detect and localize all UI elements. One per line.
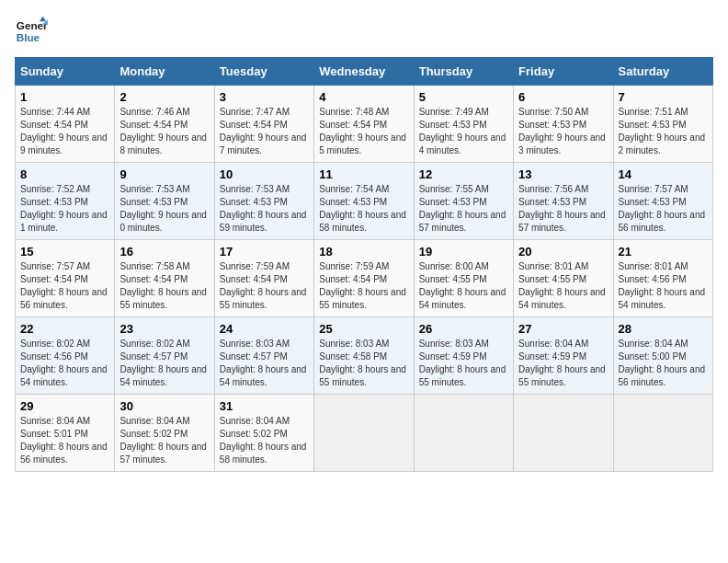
calendar-cell: 31Sunrise: 8:04 AM Sunset: 5:02 PM Dayli… (214, 395, 313, 472)
calendar-cell: 19Sunrise: 8:00 AM Sunset: 4:55 PM Dayli… (414, 240, 513, 317)
svg-text:Blue: Blue (17, 31, 40, 43)
day-number: 24 (220, 322, 309, 336)
day-info: Sunrise: 8:00 AM Sunset: 4:55 PM Dayligh… (419, 260, 508, 312)
calendar-cell (514, 395, 613, 472)
day-info: Sunrise: 7:52 AM Sunset: 4:53 PM Dayligh… (20, 183, 109, 235)
calendar-week-row: 29Sunrise: 8:04 AM Sunset: 5:01 PM Dayli… (16, 395, 713, 472)
day-info: Sunrise: 7:57 AM Sunset: 4:53 PM Dayligh… (619, 183, 708, 235)
calendar-cell: 4Sunrise: 7:48 AM Sunset: 4:54 PM Daylig… (314, 86, 414, 163)
calendar-cell (314, 395, 414, 472)
calendar-cell: 24Sunrise: 8:03 AM Sunset: 4:57 PM Dayli… (214, 317, 313, 395)
day-info: Sunrise: 7:46 AM Sunset: 4:54 PM Dayligh… (119, 106, 209, 157)
day-number: 31 (220, 399, 309, 413)
day-info: Sunrise: 7:49 AM Sunset: 4:53 PM Dayligh… (419, 106, 508, 157)
day-number: 6 (518, 90, 608, 104)
day-number: 18 (319, 245, 408, 259)
calendar-cell: 10Sunrise: 7:53 AM Sunset: 4:53 PM Dayli… (214, 163, 313, 240)
day-info: Sunrise: 7:44 AM Sunset: 4:54 PM Dayligh… (20, 106, 109, 157)
calendar-table: SundayMondayTuesdayWednesdayThursdayFrid… (15, 57, 713, 472)
day-info: Sunrise: 8:04 AM Sunset: 5:02 PM Dayligh… (220, 415, 309, 466)
calendar-cell: 2Sunrise: 7:46 AM Sunset: 4:54 PM Daylig… (115, 86, 214, 163)
calendar-cell: 1Sunrise: 7:44 AM Sunset: 4:54 PM Daylig… (16, 86, 115, 163)
day-number: 2 (119, 90, 209, 104)
day-info: Sunrise: 7:51 AM Sunset: 4:53 PM Dayligh… (619, 106, 708, 157)
day-info: Sunrise: 7:47 AM Sunset: 4:54 PM Dayligh… (220, 106, 309, 157)
calendar-cell: 18Sunrise: 7:59 AM Sunset: 4:54 PM Dayli… (314, 240, 414, 317)
day-number: 12 (419, 167, 508, 181)
col-header-friday: Friday (514, 58, 613, 86)
day-info: Sunrise: 8:04 AM Sunset: 4:59 PM Dayligh… (518, 338, 608, 389)
day-info: Sunrise: 8:01 AM Sunset: 4:56 PM Dayligh… (619, 260, 708, 312)
calendar-cell: 6Sunrise: 7:50 AM Sunset: 4:53 PM Daylig… (514, 86, 613, 163)
day-info: Sunrise: 7:53 AM Sunset: 4:53 PM Dayligh… (119, 183, 209, 235)
col-header-monday: Monday (115, 58, 214, 86)
day-number: 1 (20, 90, 109, 104)
calendar-cell: 28Sunrise: 8:04 AM Sunset: 5:00 PM Dayli… (613, 317, 712, 395)
header: General Blue (15, 15, 713, 48)
day-number: 17 (220, 245, 309, 259)
day-number: 5 (419, 90, 508, 104)
calendar-cell (613, 395, 712, 472)
day-number: 4 (319, 90, 408, 104)
day-number: 14 (619, 167, 708, 181)
calendar-cell: 30Sunrise: 8:04 AM Sunset: 5:02 PM Dayli… (115, 395, 214, 472)
calendar-cell (414, 395, 513, 472)
day-number: 22 (20, 322, 109, 336)
col-header-wednesday: Wednesday (314, 58, 414, 86)
calendar-cell: 14Sunrise: 7:57 AM Sunset: 4:53 PM Dayli… (613, 163, 712, 240)
calendar-cell: 20Sunrise: 8:01 AM Sunset: 4:55 PM Dayli… (514, 240, 613, 317)
day-info: Sunrise: 7:54 AM Sunset: 4:53 PM Dayligh… (319, 183, 408, 235)
col-header-saturday: Saturday (613, 58, 712, 86)
calendar-cell: 17Sunrise: 7:59 AM Sunset: 4:54 PM Dayli… (214, 240, 313, 317)
day-number: 25 (319, 322, 408, 336)
calendar-cell: 16Sunrise: 7:58 AM Sunset: 4:54 PM Dayli… (115, 240, 214, 317)
calendar-week-row: 15Sunrise: 7:57 AM Sunset: 4:54 PM Dayli… (16, 240, 713, 317)
day-number: 27 (518, 322, 608, 336)
col-header-thursday: Thursday (414, 58, 513, 86)
col-header-sunday: Sunday (16, 58, 115, 86)
day-number: 3 (220, 90, 309, 104)
calendar-cell: 25Sunrise: 8:03 AM Sunset: 4:58 PM Dayli… (314, 317, 414, 395)
day-info: Sunrise: 7:53 AM Sunset: 4:53 PM Dayligh… (220, 183, 309, 235)
day-number: 26 (419, 322, 508, 336)
day-info: Sunrise: 8:02 AM Sunset: 4:56 PM Dayligh… (20, 338, 109, 389)
day-number: 15 (20, 245, 109, 259)
day-info: Sunrise: 8:02 AM Sunset: 4:57 PM Dayligh… (119, 338, 209, 389)
calendar-cell: 15Sunrise: 7:57 AM Sunset: 4:54 PM Dayli… (16, 240, 115, 317)
calendar-cell: 7Sunrise: 7:51 AM Sunset: 4:53 PM Daylig… (613, 86, 712, 163)
logo-icon: General Blue (15, 15, 48, 48)
logo: General Blue (15, 15, 53, 48)
day-info: Sunrise: 7:58 AM Sunset: 4:54 PM Dayligh… (119, 260, 209, 312)
day-info: Sunrise: 8:03 AM Sunset: 4:58 PM Dayligh… (319, 338, 408, 389)
calendar-cell: 9Sunrise: 7:53 AM Sunset: 4:53 PM Daylig… (115, 163, 214, 240)
day-info: Sunrise: 7:59 AM Sunset: 4:54 PM Dayligh… (220, 260, 309, 312)
day-number: 20 (518, 245, 608, 259)
calendar-header-row: SundayMondayTuesdayWednesdayThursdayFrid… (16, 58, 713, 86)
day-info: Sunrise: 7:56 AM Sunset: 4:53 PM Dayligh… (518, 183, 608, 235)
calendar-cell: 13Sunrise: 7:56 AM Sunset: 4:53 PM Dayli… (514, 163, 613, 240)
day-info: Sunrise: 8:04 AM Sunset: 5:02 PM Dayligh… (119, 415, 209, 466)
calendar-cell: 8Sunrise: 7:52 AM Sunset: 4:53 PM Daylig… (16, 163, 115, 240)
calendar-cell: 21Sunrise: 8:01 AM Sunset: 4:56 PM Dayli… (613, 240, 712, 317)
day-info: Sunrise: 8:01 AM Sunset: 4:55 PM Dayligh… (518, 260, 608, 312)
day-number: 30 (119, 399, 209, 413)
day-number: 21 (619, 245, 708, 259)
calendar-week-row: 22Sunrise: 8:02 AM Sunset: 4:56 PM Dayli… (16, 317, 713, 395)
day-number: 10 (220, 167, 309, 181)
day-number: 7 (619, 90, 708, 104)
calendar-cell: 11Sunrise: 7:54 AM Sunset: 4:53 PM Dayli… (314, 163, 414, 240)
day-info: Sunrise: 7:50 AM Sunset: 4:53 PM Dayligh… (518, 106, 608, 157)
day-info: Sunrise: 8:04 AM Sunset: 5:01 PM Dayligh… (20, 415, 109, 466)
day-number: 16 (119, 245, 209, 259)
calendar-cell: 29Sunrise: 8:04 AM Sunset: 5:01 PM Dayli… (16, 395, 115, 472)
day-info: Sunrise: 8:04 AM Sunset: 5:00 PM Dayligh… (619, 338, 708, 389)
day-number: 9 (119, 167, 209, 181)
day-info: Sunrise: 8:03 AM Sunset: 4:57 PM Dayligh… (220, 338, 309, 389)
calendar-cell: 23Sunrise: 8:02 AM Sunset: 4:57 PM Dayli… (115, 317, 214, 395)
calendar-week-row: 8Sunrise: 7:52 AM Sunset: 4:53 PM Daylig… (16, 163, 713, 240)
calendar-cell: 27Sunrise: 8:04 AM Sunset: 4:59 PM Dayli… (514, 317, 613, 395)
calendar-cell: 3Sunrise: 7:47 AM Sunset: 4:54 PM Daylig… (214, 86, 313, 163)
day-info: Sunrise: 8:03 AM Sunset: 4:59 PM Dayligh… (419, 338, 508, 389)
day-number: 11 (319, 167, 408, 181)
calendar-cell: 26Sunrise: 8:03 AM Sunset: 4:59 PM Dayli… (414, 317, 513, 395)
